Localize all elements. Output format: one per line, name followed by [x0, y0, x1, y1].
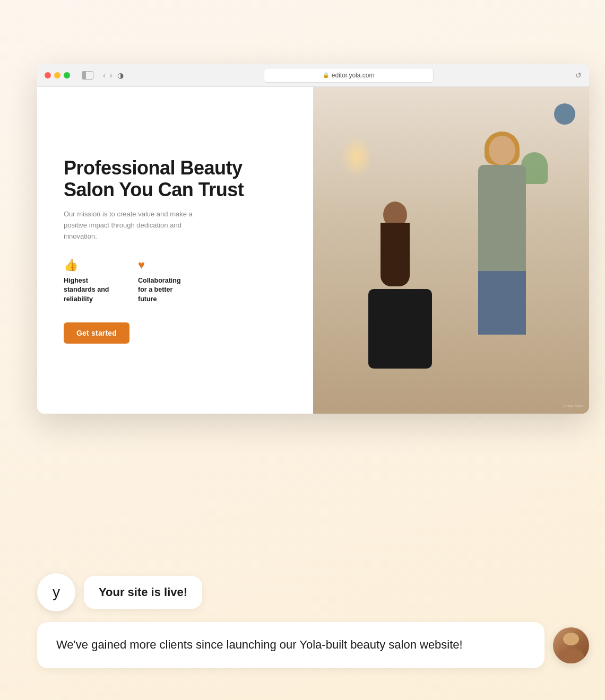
traffic-lights — [45, 72, 70, 78]
features-row: 👍 Highest standards and reliability ♥ Co… — [64, 258, 287, 304]
user-avatar — [553, 627, 589, 663]
client-cape — [368, 289, 432, 369]
maximize-button[interactable] — [64, 72, 70, 78]
client-seated — [368, 202, 421, 414]
subtext: Our mission is to create value and make … — [64, 209, 212, 242]
stylists-scene — [313, 87, 589, 414]
yola-avatar: y — [37, 573, 75, 611]
main-heading: Professional Beauty Salon You Can Trust — [64, 157, 287, 201]
yola-logo-letter: y — [53, 584, 60, 601]
thumbsup-icon: 👍 — [64, 258, 117, 272]
browser-toolbar: ‹ › ◑ 🔒 editor.yola.com ↺ — [37, 64, 589, 87]
chat-section: y Your site is live! We've gained more c… — [37, 573, 589, 668]
browser-window: ‹ › ◑ 🔒 editor.yola.com ↺ Professional B… — [37, 64, 589, 414]
heart-icon: ♥ — [138, 258, 191, 272]
chat-text-2: We've gained more clients since launchin… — [56, 638, 463, 651]
sidebar-toggle-icon[interactable] — [82, 71, 93, 80]
get-started-button[interactable]: Get started — [64, 322, 129, 344]
chat-bubble-2: We've gained more clients since launchin… — [37, 622, 544, 668]
stylist-hair — [485, 132, 520, 165]
website-content: Professional Beauty Salon You Can Trust … — [37, 87, 589, 414]
forward-arrow-icon[interactable]: › — [110, 71, 113, 80]
feature-item-2: ♥ Collaborating for a better future — [138, 258, 191, 304]
feature-label-1: Highest standards and reliability — [64, 276, 117, 304]
website-right-panel: Unsplash+ — [313, 87, 589, 414]
minimize-button[interactable] — [54, 72, 60, 78]
url-text: editor.yola.com — [332, 72, 375, 79]
browser-nav: ‹ › — [103, 71, 112, 80]
chat-text-1: Your site is live! — [99, 585, 187, 599]
client-hair — [381, 223, 410, 286]
chat-row-1: y Your site is live! — [37, 573, 589, 611]
salon-image: Unsplash+ — [313, 87, 589, 414]
address-bar[interactable]: 🔒 editor.yola.com — [264, 68, 434, 83]
feature-label-2: Collaborating for a better future — [138, 276, 191, 304]
image-watermark: Unsplash+ — [564, 404, 584, 408]
theme-icon: ◑ — [117, 71, 124, 80]
stylist-standing — [470, 136, 534, 414]
stylist-body — [478, 165, 526, 271]
back-arrow-icon[interactable]: ‹ — [103, 71, 106, 80]
lock-icon: 🔒 — [323, 72, 329, 78]
stylist-head — [489, 136, 515, 165]
website-left-panel: Professional Beauty Salon You Can Trust … — [37, 87, 313, 414]
chat-row-2: We've gained more clients since launchin… — [37, 622, 589, 668]
close-button[interactable] — [45, 72, 51, 78]
feature-item-1: 👍 Highest standards and reliability — [64, 258, 117, 304]
stylist-legs — [478, 271, 526, 335]
chat-bubble-1: Your site is live! — [84, 576, 202, 609]
reload-icon[interactable]: ↺ — [575, 71, 582, 80]
